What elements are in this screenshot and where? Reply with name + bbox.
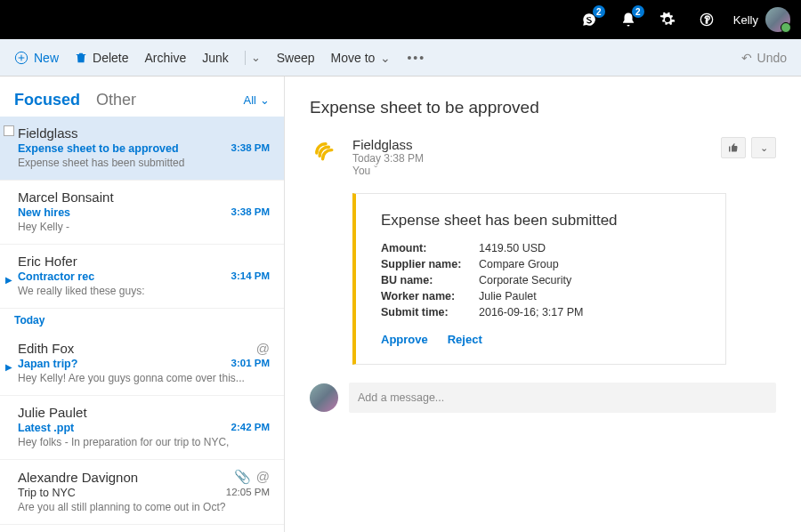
sender-name: Eric Hofer <box>18 254 77 269</box>
sender-avatar <box>310 137 342 169</box>
skype-badge: 2 <box>593 5 605 18</box>
field-label: BU name: <box>381 274 479 286</box>
user-menu[interactable]: Kelly <box>733 7 790 32</box>
move-label: Move to <box>331 51 376 65</box>
approve-button[interactable]: Approve <box>381 333 428 346</box>
message-time: 3:38 PM <box>231 142 270 155</box>
message-subject: Contractor rec <box>18 270 94 283</box>
field-label: Submit time: <box>381 306 479 318</box>
message-subject: Japan trip? <box>18 358 77 370</box>
junk-label: Junk <box>202 51 229 65</box>
notifications-badge: 2 <box>632 5 644 18</box>
message-time: 2:42 PM <box>231 422 270 434</box>
sender-date: Today 3:38 PM <box>352 152 424 165</box>
gear-icon[interactable] <box>655 7 680 32</box>
sweep-button[interactable]: Sweep <box>277 51 315 65</box>
reply-indicator-icon: ▶ <box>5 275 12 285</box>
chevron-down-icon: ⌄ <box>260 93 270 107</box>
sender-name: Edith Fox <box>18 341 74 356</box>
filter-label: All <box>244 93 256 107</box>
message-item[interactable]: ▶ Eric Hofer Contractor rec3:14 PM We re… <box>0 245 284 309</box>
date-divider-yesterday: Yesterday <box>0 525 284 532</box>
message-preview: We really liked these guys: <box>18 285 270 297</box>
field-label: Worker name: <box>381 290 479 302</box>
message-subject: Expense sheet to be approved <box>18 142 179 155</box>
my-avatar <box>310 383 338 412</box>
undo-button[interactable]: ↶ Undo <box>741 51 787 65</box>
message-item[interactable]: Marcel Bonsaint New hires3:38 PM Hey Kel… <box>0 181 284 245</box>
message-time: 12:05 PM <box>226 487 270 499</box>
message-item[interactable]: Julie Paulet Latest .ppt2:42 PM Hey folk… <box>0 396 284 460</box>
reply-placeholder: Add a message... <box>358 391 444 404</box>
message-item[interactable]: Alexandre Davignon📎@ Trip to NYC12:05 PM… <box>0 460 284 525</box>
sender-name: Fieldglass <box>352 137 424 152</box>
message-preview: Expense sheet has been submitted <box>18 157 270 169</box>
junk-dropdown-icon[interactable]: ⌄ <box>251 51 261 64</box>
more-button[interactable]: ••• <box>407 51 425 65</box>
email-title: Expense sheet to be approved <box>310 98 776 117</box>
expand-recipients-icon[interactable]: ˇ <box>374 165 377 177</box>
command-bar: New Delete Archive Junk ⌄ Sweep Move to … <box>0 39 801 77</box>
message-subject: Latest .ppt <box>18 422 74 434</box>
message-list-pane: Focused Other All ⌄ Fieldglass Expense s… <box>0 77 285 532</box>
new-label: New <box>34 51 59 65</box>
sweep-label: Sweep <box>277 51 315 65</box>
message-preview: Hey Kelly! Are you guys gonna come over … <box>18 372 270 384</box>
message-subject: New hires <box>18 206 70 219</box>
message-item[interactable]: Fieldglass Expense sheet to be approved3… <box>0 117 284 181</box>
field-value: 1419.50 USD <box>479 242 546 254</box>
tab-focused[interactable]: Focused <box>14 91 80 109</box>
sender-name: Julie Paulet <box>18 405 87 420</box>
undo-label: Undo <box>757 51 787 65</box>
move-button[interactable]: Move to ⌄ <box>331 51 392 65</box>
avatar <box>765 7 790 32</box>
skype-icon[interactable]: 2 <box>577 7 602 32</box>
archive-label: Archive <box>144 51 186 65</box>
reply-indicator-icon: ▶ <box>5 362 12 372</box>
delete-button[interactable]: Delete <box>75 51 128 65</box>
message-time: 3:01 PM <box>231 358 270 370</box>
actionable-card: Expense sheet has been submitted Amount:… <box>352 193 726 365</box>
filter-dropdown[interactable]: All ⌄ <box>244 93 270 107</box>
top-bar: 2 2 Kelly <box>0 0 801 39</box>
new-button[interactable]: New <box>14 51 59 65</box>
date-divider-today: Today <box>0 309 284 332</box>
sender-name: Fieldglass <box>18 125 78 141</box>
delete-label: Delete <box>93 51 128 65</box>
message-subject: Trip to NYC <box>18 487 76 499</box>
inbox-tabs: Focused Other All ⌄ <box>0 77 284 117</box>
field-value: Corporate Security <box>479 274 571 286</box>
sender-name: Alexandre Davignon <box>18 470 138 485</box>
field-value: Compare Group <box>479 258 559 270</box>
junk-button[interactable]: Junk <box>202 51 229 65</box>
tab-other[interactable]: Other <box>96 91 136 109</box>
help-icon[interactable] <box>694 7 719 32</box>
chevron-down-icon: ⌄ <box>380 51 391 65</box>
message-preview: Hey Kelly - <box>18 221 270 233</box>
mention-icon: @ <box>256 341 270 356</box>
reading-pane: Expense sheet to be approved Fieldglass … <box>285 77 801 532</box>
reply-input[interactable]: Add a message... <box>349 383 776 413</box>
field-label: Amount: <box>381 242 479 254</box>
like-button[interactable] <box>721 137 746 158</box>
toolbar-divider <box>245 51 246 65</box>
attachment-icon: 📎 <box>234 469 251 484</box>
message-preview: Are you all still planning to come out i… <box>18 501 270 513</box>
archive-button[interactable]: Archive <box>144 51 186 65</box>
recipient-label: You <box>352 165 370 177</box>
field-label: Supplier name: <box>381 258 479 270</box>
sender-name: Marcel Bonsaint <box>18 189 114 205</box>
message-preview: Hey folks - In preparation for our trip … <box>18 436 270 448</box>
message-time: 3:14 PM <box>231 270 270 283</box>
message-checkbox[interactable] <box>4 125 14 136</box>
field-value: 2016-09-16; 3:17 PM <box>479 306 583 318</box>
reject-button[interactable]: Reject <box>448 333 482 346</box>
user-name: Kelly <box>733 13 758 27</box>
card-title: Expense sheet has been submitted <box>381 212 700 230</box>
field-value: Julie Paulet <box>479 290 537 302</box>
message-item[interactable]: ▶ Edith Fox@ Japan trip?3:01 PM Hey Kell… <box>0 332 284 396</box>
message-time: 3:38 PM <box>231 206 270 219</box>
mention-icon: @ <box>256 469 270 484</box>
more-actions-button[interactable]: ⌄ <box>751 137 776 158</box>
notifications-icon[interactable]: 2 <box>616 7 641 32</box>
